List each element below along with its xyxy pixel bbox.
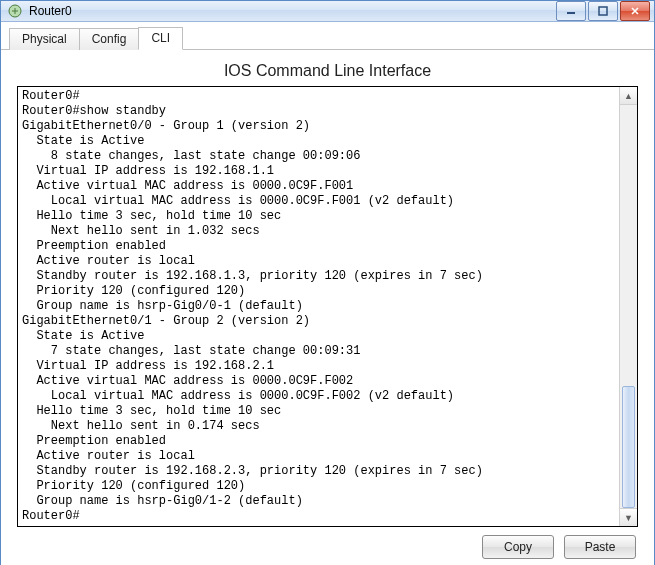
cli-output[interactable]: Router0# Router0#show standby GigabitEth… bbox=[18, 87, 619, 526]
chevron-up-icon: ▲ bbox=[624, 91, 633, 101]
svg-rect-2 bbox=[599, 7, 607, 15]
close-button[interactable] bbox=[620, 1, 650, 21]
copy-button[interactable]: Copy bbox=[482, 535, 554, 559]
svg-rect-1 bbox=[567, 12, 575, 14]
cli-output-container: Router0# Router0#show standby GigabitEth… bbox=[17, 86, 638, 527]
tab-config[interactable]: Config bbox=[79, 28, 140, 50]
cli-panel: IOS Command Line Interface Router0# Rout… bbox=[1, 50, 654, 565]
tab-cli[interactable]: CLI bbox=[138, 27, 183, 50]
button-row: Copy Paste bbox=[17, 527, 638, 559]
scroll-track[interactable] bbox=[620, 105, 637, 508]
maximize-button[interactable] bbox=[588, 1, 618, 21]
minimize-button[interactable] bbox=[556, 1, 586, 21]
scroll-up-button[interactable]: ▲ bbox=[620, 87, 637, 105]
app-icon bbox=[7, 3, 23, 19]
tab-row: Physical Config CLI bbox=[1, 22, 654, 50]
window-controls bbox=[556, 1, 650, 21]
panel-heading: IOS Command Line Interface bbox=[17, 62, 638, 80]
chevron-down-icon: ▼ bbox=[624, 513, 633, 523]
scroll-thumb[interactable] bbox=[622, 386, 635, 508]
tab-physical[interactable]: Physical bbox=[9, 28, 80, 50]
vertical-scrollbar[interactable]: ▲ ▼ bbox=[619, 87, 637, 526]
titlebar[interactable]: Router0 bbox=[1, 1, 654, 22]
close-icon bbox=[630, 6, 640, 16]
paste-button[interactable]: Paste bbox=[564, 535, 636, 559]
maximize-icon bbox=[598, 6, 608, 16]
app-window: Router0 Physical Config CLI IOS Command … bbox=[0, 0, 655, 565]
window-title: Router0 bbox=[29, 4, 556, 18]
client-area: Physical Config CLI IOS Command Line Int… bbox=[1, 22, 654, 565]
minimize-icon bbox=[566, 6, 576, 16]
scroll-down-button[interactable]: ▼ bbox=[620, 508, 637, 526]
